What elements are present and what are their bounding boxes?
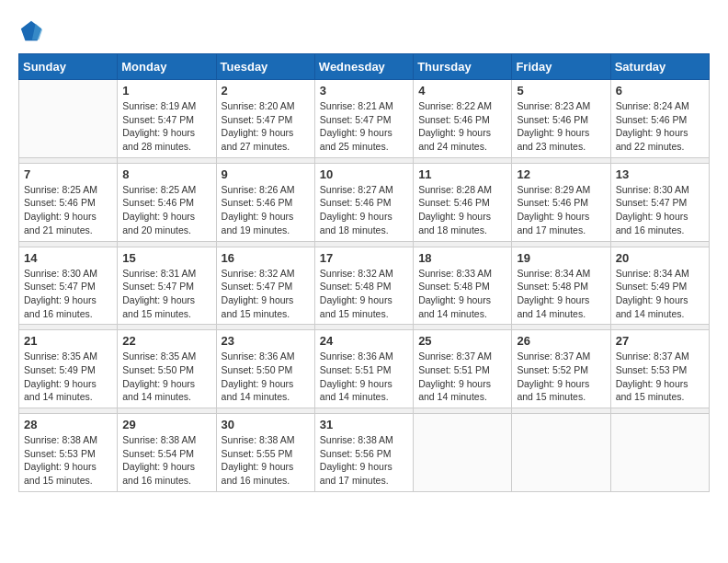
calendar-cell: 1 Sunrise: 8:19 AM Sunset: 5:47 PM Dayli… xyxy=(118,80,216,158)
calendar-cell: 18 Sunrise: 8:33 AM Sunset: 5:48 PM Dayl… xyxy=(414,247,512,325)
daylight-text: Daylight: 9 hours and 14 minutes. xyxy=(24,378,97,403)
sunset-text: Sunset: 5:48 PM xyxy=(320,281,392,292)
day-info: Sunrise: 8:30 AM Sunset: 5:47 PM Dayligh… xyxy=(616,183,704,237)
calendar-cell: 21 Sunrise: 8:35 AM Sunset: 5:49 PM Dayl… xyxy=(19,330,118,408)
calendar-table: SundayMondayTuesdayWednesdayThursdayFrid… xyxy=(18,53,710,492)
sunrise-text: Sunrise: 8:24 AM xyxy=(616,100,689,111)
day-info: Sunrise: 8:32 AM Sunset: 5:47 PM Dayligh… xyxy=(222,267,310,321)
sunrise-text: Sunrise: 8:36 AM xyxy=(320,350,393,362)
calendar-cell: 10 Sunrise: 8:27 AM Sunset: 5:46 PM Dayl… xyxy=(314,163,413,241)
daylight-text: Daylight: 9 hours and 14 minutes. xyxy=(222,378,294,403)
daylight-text: Daylight: 9 hours and 15 minutes. xyxy=(320,294,392,319)
sunset-text: Sunset: 5:55 PM xyxy=(222,448,293,459)
calendar-cell: 19 Sunrise: 8:34 AM Sunset: 5:48 PM Dayl… xyxy=(512,247,610,325)
sunrise-text: Sunrise: 8:38 AM xyxy=(122,434,196,445)
day-info: Sunrise: 8:34 AM Sunset: 5:48 PM Dayligh… xyxy=(517,267,605,321)
calendar-cell: 30 Sunrise: 8:38 AM Sunset: 5:55 PM Dayl… xyxy=(216,414,314,492)
day-info: Sunrise: 8:21 AM Sunset: 5:47 PM Dayligh… xyxy=(320,99,408,154)
day-info: Sunrise: 8:38 AM Sunset: 5:54 PM Dayligh… xyxy=(122,433,210,488)
day-info: Sunrise: 8:29 AM Sunset: 5:46 PM Dayligh… xyxy=(517,183,605,237)
sunset-text: Sunset: 5:56 PM xyxy=(320,448,392,459)
calendar-cell: 7 Sunrise: 8:25 AM Sunset: 5:46 PM Dayli… xyxy=(19,163,118,241)
day-number: 16 xyxy=(222,251,310,265)
day-number: 15 xyxy=(122,251,210,265)
sunset-text: Sunset: 5:47 PM xyxy=(122,281,194,292)
calendar-cell xyxy=(19,80,118,158)
day-number: 4 xyxy=(418,84,506,98)
day-number: 20 xyxy=(616,251,704,265)
sunrise-text: Sunrise: 8:30 AM xyxy=(24,268,97,279)
day-number: 11 xyxy=(418,167,506,181)
day-info: Sunrise: 8:27 AM Sunset: 5:46 PM Dayligh… xyxy=(320,183,408,237)
calendar-cell xyxy=(414,414,512,492)
sunrise-text: Sunrise: 8:25 AM xyxy=(24,184,97,195)
sunset-text: Sunset: 5:46 PM xyxy=(122,197,194,208)
calendar-cell: 27 Sunrise: 8:37 AM Sunset: 5:53 PM Dayl… xyxy=(610,330,709,408)
sunset-text: Sunset: 5:47 PM xyxy=(24,281,96,292)
day-number: 12 xyxy=(517,167,605,181)
daylight-text: Daylight: 9 hours and 28 minutes. xyxy=(122,127,195,152)
daylight-text: Daylight: 9 hours and 18 minutes. xyxy=(418,211,491,236)
sunrise-text: Sunrise: 8:32 AM xyxy=(222,268,295,279)
day-number: 21 xyxy=(24,334,112,348)
sunrise-text: Sunrise: 8:27 AM xyxy=(320,184,393,195)
day-number: 9 xyxy=(222,167,310,181)
calendar-cell: 28 Sunrise: 8:38 AM Sunset: 5:53 PM Dayl… xyxy=(19,414,118,492)
daylight-text: Daylight: 9 hours and 16 minutes. xyxy=(122,461,195,486)
calendar-week-row: 21 Sunrise: 8:35 AM Sunset: 5:49 PM Dayl… xyxy=(19,330,710,408)
calendar-week-row: 1 Sunrise: 8:19 AM Sunset: 5:47 PM Dayli… xyxy=(19,80,710,158)
day-info: Sunrise: 8:20 AM Sunset: 5:47 PM Dayligh… xyxy=(222,99,310,154)
day-info: Sunrise: 8:35 AM Sunset: 5:49 PM Dayligh… xyxy=(24,350,112,404)
sunrise-text: Sunrise: 8:25 AM xyxy=(122,184,196,195)
calendar-cell xyxy=(512,414,610,492)
sunset-text: Sunset: 5:46 PM xyxy=(418,197,490,208)
sunrise-text: Sunrise: 8:35 AM xyxy=(24,350,97,362)
day-info: Sunrise: 8:19 AM Sunset: 5:47 PM Dayligh… xyxy=(122,99,210,154)
daylight-text: Daylight: 9 hours and 17 minutes. xyxy=(320,461,392,486)
calendar-cell: 26 Sunrise: 8:37 AM Sunset: 5:52 PM Dayl… xyxy=(512,330,610,408)
sunset-text: Sunset: 5:54 PM xyxy=(122,448,194,459)
day-of-week-header: Monday xyxy=(118,54,216,80)
calendar-cell: 11 Sunrise: 8:28 AM Sunset: 5:46 PM Dayl… xyxy=(414,163,512,241)
day-info: Sunrise: 8:37 AM Sunset: 5:52 PM Dayligh… xyxy=(517,350,605,404)
day-number: 2 xyxy=(222,84,310,98)
day-info: Sunrise: 8:37 AM Sunset: 5:53 PM Dayligh… xyxy=(616,350,704,404)
daylight-text: Daylight: 9 hours and 19 minutes. xyxy=(222,211,294,236)
day-of-week-header: Saturday xyxy=(610,54,709,80)
calendar-cell: 16 Sunrise: 8:32 AM Sunset: 5:47 PM Dayl… xyxy=(216,247,314,325)
calendar-cell: 31 Sunrise: 8:38 AM Sunset: 5:56 PM Dayl… xyxy=(314,414,413,492)
sunset-text: Sunset: 5:50 PM xyxy=(122,364,194,375)
day-of-week-header: Tuesday xyxy=(216,54,314,80)
daylight-text: Daylight: 9 hours and 27 minutes. xyxy=(222,127,294,152)
sunset-text: Sunset: 5:46 PM xyxy=(616,114,688,125)
day-info: Sunrise: 8:38 AM Sunset: 5:55 PM Dayligh… xyxy=(222,433,310,488)
sunrise-text: Sunrise: 8:28 AM xyxy=(418,184,492,195)
calendar-week-row: 28 Sunrise: 8:38 AM Sunset: 5:53 PM Dayl… xyxy=(19,414,710,492)
sunset-text: Sunset: 5:53 PM xyxy=(616,364,688,375)
day-of-week-header: Thursday xyxy=(414,54,512,80)
day-number: 31 xyxy=(320,418,408,431)
day-info: Sunrise: 8:38 AM Sunset: 5:53 PM Dayligh… xyxy=(24,433,112,488)
sunrise-text: Sunrise: 8:36 AM xyxy=(222,350,295,362)
sunrise-text: Sunrise: 8:21 AM xyxy=(320,100,393,111)
calendar-cell: 2 Sunrise: 8:20 AM Sunset: 5:47 PM Dayli… xyxy=(216,80,314,158)
sunrise-text: Sunrise: 8:19 AM xyxy=(122,100,196,111)
day-info: Sunrise: 8:22 AM Sunset: 5:46 PM Dayligh… xyxy=(418,99,506,154)
sunset-text: Sunset: 5:52 PM xyxy=(517,364,588,375)
day-info: Sunrise: 8:28 AM Sunset: 5:46 PM Dayligh… xyxy=(418,183,506,237)
sunset-text: Sunset: 5:49 PM xyxy=(24,364,96,375)
day-info: Sunrise: 8:37 AM Sunset: 5:51 PM Dayligh… xyxy=(418,350,506,404)
sunset-text: Sunset: 5:46 PM xyxy=(222,197,293,208)
day-info: Sunrise: 8:25 AM Sunset: 5:46 PM Dayligh… xyxy=(24,183,112,237)
sunrise-text: Sunrise: 8:31 AM xyxy=(122,268,196,279)
sunset-text: Sunset: 5:53 PM xyxy=(24,448,96,459)
sunset-text: Sunset: 5:48 PM xyxy=(517,281,588,292)
sunrise-text: Sunrise: 8:38 AM xyxy=(24,434,97,445)
calendar-cell xyxy=(610,414,709,492)
day-number: 19 xyxy=(517,251,605,265)
daylight-text: Daylight: 9 hours and 20 minutes. xyxy=(122,211,195,236)
sunrise-text: Sunrise: 8:38 AM xyxy=(320,434,393,445)
daylight-text: Daylight: 9 hours and 14 minutes. xyxy=(616,294,688,319)
daylight-text: Daylight: 9 hours and 16 minutes. xyxy=(222,461,294,486)
sunrise-text: Sunrise: 8:20 AM xyxy=(222,100,295,111)
